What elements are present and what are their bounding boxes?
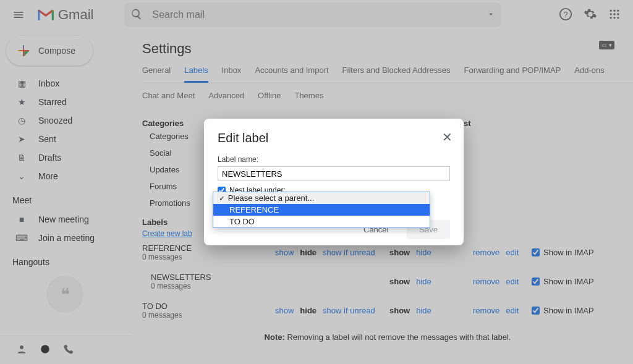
dropdown-option-reference[interactable]: REFERENCE — [213, 204, 430, 216]
dropdown-option-todo[interactable]: TO DO — [213, 216, 430, 227]
check-icon: ✓ — [219, 193, 224, 203]
parent-label-dropdown[interactable]: ✓ Please select a parent... REFERENCE TO… — [213, 192, 430, 228]
label-name-caption: Label name: — [218, 155, 450, 164]
dropdown-placeholder-option[interactable]: ✓ Please select a parent... — [213, 192, 430, 204]
dropdown-option-label: REFERENCE — [229, 205, 279, 214]
dropdown-placeholder-label: Please select a parent... — [228, 193, 314, 203]
dialog-title: Edit label — [218, 131, 450, 145]
dropdown-option-label: TO DO — [229, 217, 255, 226]
label-name-input[interactable] — [218, 166, 450, 181]
close-icon[interactable]: ✕ — [442, 130, 452, 145]
